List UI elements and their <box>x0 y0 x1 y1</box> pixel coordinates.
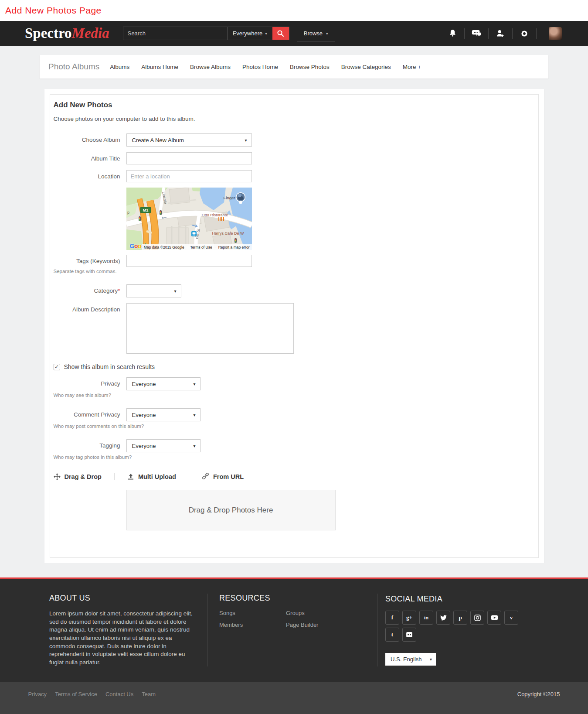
tumblr-icon: t <box>391 631 393 638</box>
nav-item-browse-albums[interactable]: Browse Albums <box>190 64 231 70</box>
nav-item-albums[interactable]: Albums <box>110 64 129 70</box>
category-select[interactable]: ▾ <box>126 284 181 297</box>
search-input[interactable] <box>123 27 227 40</box>
chevron-down-icon: ▾ <box>245 138 247 143</box>
tagging-select[interactable]: Everyone ▾ <box>126 439 201 452</box>
instagram-icon <box>474 615 481 621</box>
flickr-icon <box>406 632 412 637</box>
map-terms-link[interactable]: Terms of Use <box>190 245 212 249</box>
privacy-select[interactable]: Everyone ▾ <box>126 377 201 390</box>
vimeo-button[interactable]: v <box>504 611 518 625</box>
svg-text:Finger: Finger <box>223 195 235 200</box>
bottom-link-contact[interactable]: Contact Us <box>105 691 133 697</box>
browse-dropdown[interactable]: Browse ▾ <box>297 26 335 41</box>
tagging-help: Who may tag photos in this album? <box>54 454 530 460</box>
search-icon <box>277 30 284 37</box>
footer-link-groups[interactable]: Groups <box>286 610 353 616</box>
google-plus-button[interactable]: g+ <box>402 611 416 625</box>
choose-album-value: Create A New Album <box>132 137 245 143</box>
facebook-icon: f <box>391 614 393 621</box>
language-select[interactable]: U.S. English ▾ <box>385 653 436 666</box>
bottom-link-terms[interactable]: Terms of Service <box>55 691 97 697</box>
site-logo[interactable]: SpectroMedia <box>25 26 109 41</box>
user-avatar[interactable] <box>549 27 562 40</box>
footer-link-page-builder[interactable]: Page Builder <box>286 622 353 628</box>
tags-label: Tags (Keywords) <box>54 255 120 267</box>
search-scope-dropdown[interactable]: Everywhere ▾ <box>227 27 272 40</box>
location-map[interactable]: M1 <box>126 188 252 250</box>
chat-icon <box>471 29 482 38</box>
chevron-down-icon: ▾ <box>174 289 176 294</box>
drag-drop-zone[interactable]: Drag & Drop Photos Here <box>126 490 336 530</box>
page-title: Add New Photos <box>54 101 530 109</box>
footer-link-members[interactable]: Members <box>219 622 286 628</box>
vimeo-icon: v <box>510 614 513 621</box>
bottom-bar: Privacy Terms of Service Contact Us Team… <box>0 682 588 714</box>
about-us-title: ABOUT US <box>49 594 195 603</box>
link-icon <box>202 473 209 480</box>
flickr-button[interactable] <box>402 628 416 642</box>
tumblr-button[interactable]: t <box>385 628 399 642</box>
description-label: Album Description <box>54 303 120 355</box>
twitter-icon <box>440 615 447 621</box>
twitter-button[interactable] <box>436 611 450 625</box>
nav-item-more[interactable]: More + <box>403 64 421 70</box>
annotation-strip: Add New Photos Page <box>0 0 588 21</box>
check-icon: ✓ <box>54 364 59 370</box>
bottom-link-privacy[interactable]: Privacy <box>28 691 47 697</box>
about-us-text: Lorem ipsum dolor sit amet, consectetur … <box>49 610 195 666</box>
map-report-link[interactable]: Report a map error <box>218 245 250 249</box>
upload-method-tabs: Drag & Drop Multi Upload From URL <box>54 473 530 480</box>
youtube-button[interactable] <box>487 611 501 625</box>
nav-item-albums-home[interactable]: Albums Home <box>141 64 178 70</box>
footer-about-column: ABOUT US Lorem ipsum dolor sit amet, con… <box>40 594 207 666</box>
copyright-text: Copyright ©2015 <box>517 691 560 697</box>
search-button[interactable] <box>272 27 289 40</box>
chevron-down-icon: ▾ <box>193 382 195 386</box>
location-input[interactable] <box>126 170 252 182</box>
photo-albums-navbar: Photo Albums Albums Albums Home Browse A… <box>40 55 548 79</box>
linkedin-button[interactable]: in <box>419 611 433 625</box>
location-label: Location <box>54 170 120 182</box>
friend-requests-button[interactable] <box>495 28 506 39</box>
move-icon <box>54 473 61 480</box>
nav-item-photos-home[interactable]: Photos Home <box>242 64 278 70</box>
notifications-button[interactable] <box>447 28 458 39</box>
bottom-link-team[interactable]: Team <box>142 691 156 697</box>
footer-resources-column: RESOURCES Songs Members Groups Page Buil… <box>207 594 377 666</box>
main-panel: Add New Photos Choose photos on your com… <box>44 89 544 563</box>
map-image: M1 <box>126 188 252 250</box>
tab-multi-upload[interactable]: Multi Upload <box>115 473 189 480</box>
comment-privacy-value: Everyone <box>132 412 194 418</box>
nav-item-browse-photos[interactable]: Browse Photos <box>290 64 330 70</box>
chevron-down-icon: ▾ <box>265 31 267 36</box>
album-description-textarea[interactable] <box>126 303 294 354</box>
album-title-label: Album Title <box>54 152 120 164</box>
content-area: Photo Albums Albums Albums Home Browse A… <box>0 46 588 577</box>
nav-section-title: Photo Albums <box>48 62 99 72</box>
choose-album-select[interactable]: Create A New Album ▾ <box>126 133 252 147</box>
settings-button[interactable] <box>519 28 530 39</box>
tagging-label: Tagging <box>54 439 120 452</box>
search-visibility-checkbox[interactable]: ✓ <box>54 364 60 370</box>
site-footer: ABOUT US Lorem ipsum dolor sit amet, con… <box>0 577 588 682</box>
tab-drag-drop[interactable]: Drag & Drop <box>54 473 115 480</box>
album-title-input[interactable] <box>126 152 252 164</box>
nav-item-browse-categories[interactable]: Browse Categories <box>341 64 391 70</box>
instagram-button[interactable] <box>470 611 484 625</box>
tagging-value: Everyone <box>132 443 194 449</box>
comment-privacy-help: Who may post comments on this album? <box>54 424 530 429</box>
traffic-light-icon <box>139 216 141 221</box>
traffic-light-icon <box>235 238 237 243</box>
pinterest-button[interactable]: p <box>453 611 467 625</box>
comment-privacy-select[interactable]: Everyone ▾ <box>126 408 201 421</box>
social-media-title: SOCIAL MEDIA <box>385 594 548 604</box>
linkedin-icon: in <box>424 615 428 620</box>
footer-link-songs[interactable]: Songs <box>219 610 286 616</box>
privacy-value: Everyone <box>132 381 194 387</box>
facebook-button[interactable]: f <box>385 611 399 625</box>
messages-button[interactable] <box>471 28 482 39</box>
tab-from-url[interactable]: From URL <box>189 473 256 480</box>
privacy-help: Who may see this album? <box>54 393 530 398</box>
tags-input[interactable] <box>126 255 252 267</box>
